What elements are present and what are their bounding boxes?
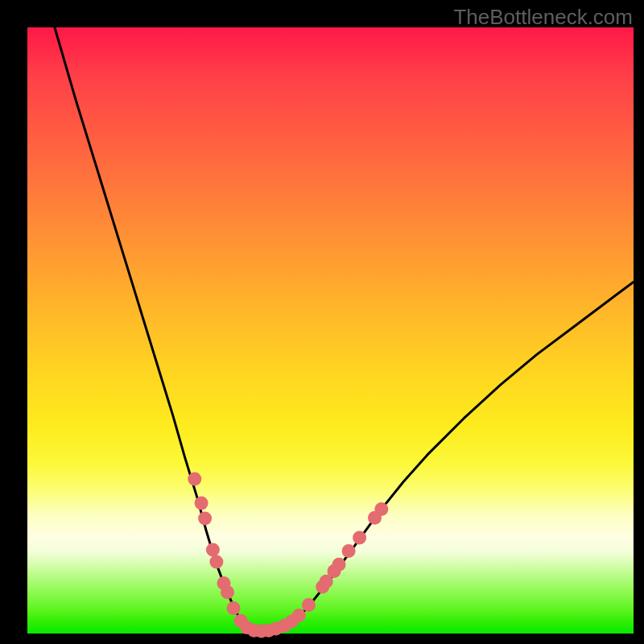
highlight-marker bbox=[342, 544, 356, 558]
highlight-marker bbox=[292, 609, 306, 622]
watermark-text: TheBottleneck.com bbox=[453, 5, 633, 30]
bottleneck-curve bbox=[55, 27, 634, 631]
highlight-marker bbox=[227, 601, 241, 615]
highlight-marker bbox=[188, 473, 201, 486]
plot-area bbox=[27, 27, 634, 634]
highlight-marker bbox=[206, 543, 220, 557]
highlight-marker bbox=[374, 502, 388, 516]
highlight-marker bbox=[332, 558, 346, 572]
highlight-marker bbox=[353, 531, 366, 545]
marker-layer bbox=[188, 473, 388, 638]
chart-frame: TheBottleneck.com bbox=[0, 0, 644, 644]
highlight-marker bbox=[195, 497, 208, 510]
highlight-marker bbox=[198, 511, 212, 525]
curve-layer bbox=[55, 27, 634, 631]
highlight-marker bbox=[209, 555, 223, 569]
highlight-marker bbox=[302, 598, 316, 612]
highlight-marker bbox=[221, 585, 234, 599]
chart-svg bbox=[27, 27, 634, 634]
